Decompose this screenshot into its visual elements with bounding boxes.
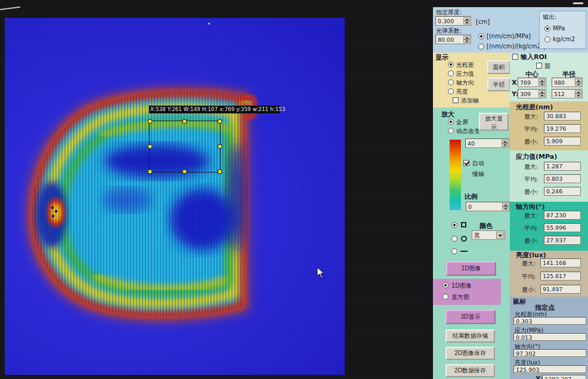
roi-tooltip: X:538 Y:261 W:149 H:107 x:769 y:359 w:21…: [149, 106, 280, 113]
1d-image-radio-label: 1D图像: [451, 282, 472, 290]
mouse-brightness-field[interactable]: 125.903: [513, 365, 586, 373]
shape-line-radio[interactable]: [451, 248, 457, 254]
coefficient-input[interactable]: 80.00: [435, 35, 471, 44]
selection-rectangle[interactable]: [149, 121, 221, 172]
output-group: 输出: MPa kg/cm2: [539, 11, 586, 49]
roi-circle-checkbox[interactable]: [536, 63, 542, 69]
stress-stats-title: 应力值(MPa): [516, 152, 557, 161]
max-label: 最大:: [524, 212, 538, 220]
output-kg-radio[interactable]: [544, 36, 550, 42]
roi-radius-x-input[interactable]: 980: [552, 78, 583, 87]
unit-kg-radio[interactable]: [478, 44, 484, 50]
max-label: 最大:: [524, 163, 538, 171]
axis-min-field[interactable]: 27.937: [544, 236, 581, 245]
spinner-down-icon[interactable]: [502, 143, 508, 147]
opd-min-field[interactable]: 5.909: [544, 137, 581, 146]
1d-image-radio[interactable]: [442, 282, 448, 288]
square-shape-icon: [461, 222, 466, 227]
selection-handle[interactable]: [218, 119, 222, 124]
unit-mpa-radio[interactable]: [478, 33, 484, 39]
avg-label: 平均:: [522, 273, 536, 281]
selection-handle[interactable]: [218, 170, 222, 174]
brightness-min-field[interactable]: 91.497: [540, 285, 581, 294]
spinner-down-icon[interactable]: [575, 94, 581, 97]
display-stress-radio[interactable]: [448, 70, 454, 76]
mouse-opd-field[interactable]: 0.303: [513, 317, 586, 325]
histogram-radio[interactable]: [442, 294, 448, 300]
display-axis-radio[interactable]: [448, 79, 454, 85]
display-section: 显示 光程差 应力值 轴方向 亮度 添加轴 面积 半径: [433, 53, 510, 107]
min-label: 最小:: [522, 286, 536, 294]
zoom-dynamic-label: 动态改变: [456, 127, 480, 135]
opd-avg-field[interactable]: 19.276: [544, 124, 581, 133]
save-2d-data-button[interactable]: 2D数据保存: [445, 364, 495, 377]
thickness-input[interactable]: 0.300: [435, 16, 471, 26]
radius-button[interactable]: 半径: [487, 78, 510, 91]
brightness-avg-field[interactable]: 125.617: [540, 272, 581, 281]
save-2d-image-button[interactable]: 2D图像保存: [445, 347, 495, 360]
spinner-down-icon[interactable]: [463, 39, 470, 43]
output-mpa-radio[interactable]: [544, 26, 550, 32]
min-label: 最小:: [524, 138, 538, 146]
axis-max-field[interactable]: 87.230: [544, 211, 581, 220]
opd-stats-panel: 光程差(nm) 最大: 30.883 平均: 19.276 最小: 5.909: [510, 101, 588, 150]
line-shape-icon: [460, 251, 468, 252]
stress-min-field[interactable]: 0.246: [544, 187, 581, 196]
spinner-down-icon[interactable]: [539, 94, 545, 97]
spinner-down-icon[interactable]: [463, 21, 470, 24]
mouse-cursor-icon: [317, 267, 325, 279]
zoom-fullscreen-radio[interactable]: [448, 119, 454, 125]
spinner-down-icon[interactable]: [575, 82, 581, 86]
stress-max-field[interactable]: 1.287: [544, 162, 581, 171]
selection-handle[interactable]: [218, 144, 222, 149]
unit-mpa-label: [(nm/cm)/MPa]: [487, 33, 531, 39]
roi-center-x-input[interactable]: 769: [518, 78, 546, 87]
minimize-dash: [573, 2, 583, 4]
3d-display-button[interactable]: 3D显示: [445, 310, 496, 324]
roi-checkbox[interactable]: [512, 54, 518, 60]
zoom-dynamic-radio[interactable]: [448, 128, 454, 134]
image-viewer-canvas[interactable]: X:538 Y:261 W:149 H:107 x:769 y:359 w:21…: [5, 18, 345, 375]
display-opd-radio[interactable]: [448, 61, 454, 67]
1d-image-button[interactable]: 1D图像: [446, 261, 496, 276]
selection-handle[interactable]: [148, 170, 152, 174]
dropdown-arrow-icon[interactable]: [496, 232, 504, 239]
display-brightness-label: 亮度: [456, 88, 468, 96]
mouse-x-field[interactable]: 1382.397: [542, 375, 586, 379]
application-window: X:538 Y:261 W:149 H:107 x:769 y:359 w:21…: [0, 0, 588, 379]
opd-max-field[interactable]: 30.883: [544, 112, 581, 121]
area-button[interactable]: 面积: [487, 60, 510, 74]
roi-radius-y-input[interactable]: 512: [552, 89, 583, 98]
add-axis-checkbox[interactable]: [453, 97, 459, 103]
selection-handle[interactable]: [148, 119, 152, 124]
spinner-down-icon[interactable]: [539, 82, 545, 86]
mouse-stress-field[interactable]: 0.013: [513, 333, 586, 341]
shape-square-radio[interactable]: [451, 222, 457, 228]
screen-scratch: [0, 7, 20, 10]
spinner-down-icon[interactable]: [502, 207, 509, 210]
mouse-axis-field[interactable]: 97.302: [513, 349, 586, 357]
scale-input[interactable]: 0: [466, 202, 510, 211]
color-label: 颜色: [479, 221, 493, 230]
roi-center-y-input[interactable]: 309: [518, 89, 546, 98]
selection-handle[interactable]: [148, 144, 152, 149]
zoom-level-input[interactable]: 40: [465, 138, 509, 148]
brightness-max-field[interactable]: 141.168: [540, 258, 581, 267]
axis-avg-field[interactable]: 55.996: [544, 223, 581, 232]
shape-circle-radio[interactable]: [451, 236, 457, 242]
display-stress-label: 应力值: [456, 70, 474, 78]
opd-stats-title: 光程差(nm): [516, 103, 553, 112]
display-axis-label: 轴方向: [456, 79, 474, 87]
color-dropdown[interactable]: 黑: [472, 230, 505, 240]
add-axis-label: 添加轴: [461, 97, 479, 105]
display-brightness-radio[interactable]: [448, 88, 454, 94]
auto-checkbox[interactable]: [463, 160, 469, 166]
selection-handle[interactable]: [182, 119, 187, 124]
roi-section: 输入ROI 圆 中心 半径 X: 769 980 Y: 309 512: [510, 53, 588, 107]
stress-avg-field[interactable]: 0.803: [544, 174, 581, 183]
selection-handle[interactable]: [182, 170, 187, 174]
save-result-data-button[interactable]: 结果数据存储: [445, 329, 495, 343]
display-title: 显示: [435, 53, 448, 62]
zoom-show-button[interactable]: 放大显示: [479, 113, 509, 131]
avg-label: 平均:: [524, 175, 538, 184]
